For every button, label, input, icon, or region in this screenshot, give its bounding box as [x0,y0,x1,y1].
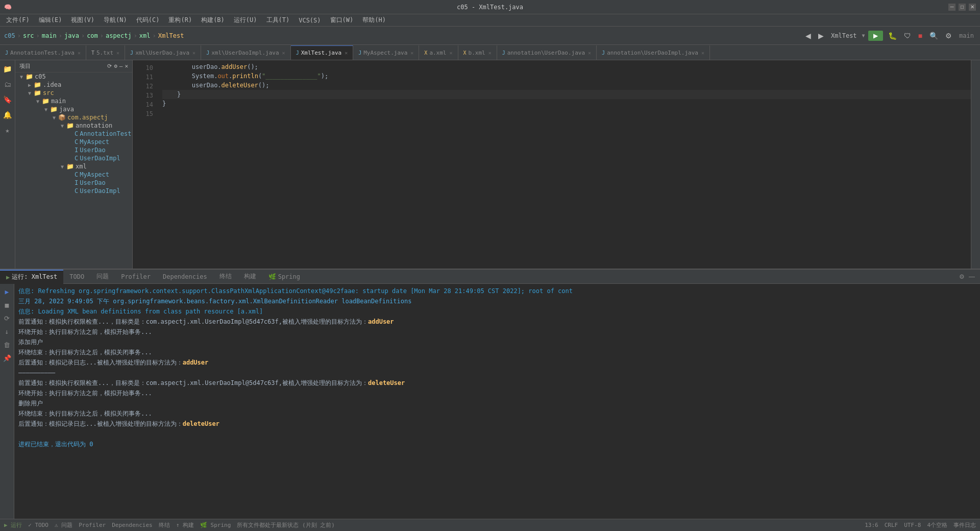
close-tree-icon[interactable]: ✕ [125,63,128,69]
run-with-coverage-button[interactable]: 🛡 [902,31,913,41]
run-config-dropdown[interactable]: ▼ [862,33,865,38]
toolbar-back-button[interactable]: ◀ [803,31,813,41]
search-everywhere-button[interactable]: 🔍 [927,31,940,41]
tree-node-annotation[interactable]: ▼ 📁 annotation [15,122,132,130]
run-status[interactable]: ▶ 运行 [4,521,22,529]
tab-xmltest-close[interactable]: ✕ [345,50,348,56]
tab-annouserdao[interactable]: J annotation\UserDao.java ✕ [497,45,597,60]
spring-status[interactable]: 🌿 Spring [200,522,231,528]
tree-node-userdao2[interactable]: I UserDao [15,146,132,154]
breadcrumb-xml[interactable]: xml [139,32,151,39]
profiler-status[interactable]: Profiler [79,522,106,528]
menu-navigate[interactable]: 导航(N) [100,15,131,26]
bookmark-icon[interactable]: 🔖 [1,93,14,106]
tab-annouserdao-close[interactable]: ✕ [588,50,591,56]
tree-node-comaspectj[interactable]: ▼ 📦 com.aspectj [15,113,132,122]
menu-code[interactable]: 代码(C) [132,15,164,26]
tab-dependencies[interactable]: Dependencies [157,270,213,284]
rerun-button[interactable]: ▶ [2,286,13,297]
notification-icon[interactable]: 🔔 [1,108,14,122]
run-button[interactable]: ▶ [868,31,883,41]
tab-xmluserdaoimpl[interactable]: J xml\UserDaoImpl.java ✕ [201,45,291,60]
breadcrumb-c05[interactable]: c05 [4,32,15,39]
tab-xmluserdao[interactable]: J xml\UserDao.java ✕ [125,45,201,60]
menu-window[interactable]: 窗口(W) [326,15,358,26]
code-area[interactable]: 10 11 12 13 14 15 userDao.addUser(); Sys… [133,60,971,269]
menu-help[interactable]: 帮助(H) [358,15,390,26]
tree-node-annotationtest[interactable]: C AnnotationTest [15,130,132,138]
tree-node-myaspect3[interactable]: C MyAspect [15,171,132,179]
tab-xmluserdaoimpl-close[interactable]: ✕ [282,50,285,56]
breadcrumb-main[interactable]: main [42,32,57,39]
tree-node-main[interactable]: ▼ 📁 main [15,97,132,105]
tab-annotationtest-close[interactable]: ✕ [78,50,81,56]
console-output[interactable]: 信息: Refreshing org.springframework.conte… [14,284,980,519]
code-content[interactable]: userDao.addUser(); System.out.println("_… [158,62,971,267]
settings-bottom-button[interactable]: ⚙ [958,272,966,281]
todo-status[interactable]: ✓ TODO [28,522,48,528]
tree-node-userdaoimpl3[interactable]: C UserDaoImpl [15,187,132,195]
menu-build[interactable]: 构建(B) [197,15,229,26]
tab-annouserdaoimpl-close[interactable]: ✕ [701,50,704,56]
tab-5txt-close[interactable]: ✕ [116,50,119,56]
minimize-bottom-button[interactable]: — [968,272,976,281]
project-icon[interactable]: 📁 [1,62,14,76]
encoding[interactable]: UTF-8 [904,522,921,528]
deps-status[interactable]: Dependencies [112,522,152,528]
tab-myaspect[interactable]: J MyAspect.java ✕ [353,45,419,60]
terminal-status[interactable]: 终结 [159,521,170,529]
menu-refactor[interactable]: 重构(R) [164,15,196,26]
tab-issues[interactable]: 问题 [90,270,115,284]
tab-bxml[interactable]: X b.xml ✕ [458,45,497,60]
event-log[interactable]: 事件日志 [953,521,976,529]
tab-bxml-close[interactable]: ✕ [488,50,492,56]
tab-axml[interactable]: X a.xml ✕ [419,45,458,60]
tree-node-xml[interactable]: ▼ 📁 xml [15,162,132,171]
breadcrumb-src[interactable]: src [23,32,34,39]
scroll-end-button[interactable]: ↓ [2,326,13,337]
tab-xmluserdao-close[interactable]: ✕ [192,50,195,56]
toolbar-forward-button[interactable]: ▶ [816,31,826,41]
tab-todo[interactable]: TODO [63,270,90,284]
structure-icon[interactable]: 🗂 [1,78,14,91]
tab-myaspect-close[interactable]: ✕ [410,50,413,56]
tab-terminal[interactable]: 终结 [213,270,238,284]
tree-node-src[interactable]: ▼ 📁 src [15,89,132,97]
tree-node-userdaoimpl2[interactable]: C UserDaoImpl [15,154,132,162]
minimize-button[interactable]: ─ [948,4,955,11]
tree-node-myaspect2[interactable]: C MyAspect [15,138,132,146]
clear-console-button[interactable]: 🗑 [2,339,13,350]
maximize-button[interactable]: □ [959,4,966,11]
tab-5txt[interactable]: T 5.txt ✕ [86,45,125,60]
collapse-icon[interactable]: — [119,63,123,69]
breadcrumb-com[interactable]: com [87,32,98,39]
favorites-icon[interactable]: ★ [1,124,14,137]
settings-button[interactable]: ⚙ [943,31,954,41]
restart-button[interactable]: ⟳ [2,312,13,324]
menu-file[interactable]: 文件(F) [2,15,34,26]
tab-build[interactable]: 构建 [238,270,262,284]
tree-node-idea[interactable]: ▶ 📁 .idea [15,81,132,89]
menu-tools[interactable]: 工具(T) [262,15,294,26]
tab-axml-close[interactable]: ✕ [450,50,453,56]
tab-run[interactable]: ▶ 运行: XmlTest [0,270,63,284]
issues-status[interactable]: ⚠ 问题 [55,521,72,529]
tab-annotationtest[interactable]: J AnnotationTest.java ✕ [0,45,86,60]
tab-xmltest[interactable]: J XmlTest.java ✕ [291,45,354,60]
tab-profiler[interactable]: Profiler [115,270,157,284]
gear-icon[interactable]: ⚙ [114,63,117,69]
tree-node-c05[interactable]: ▼ 📁 c05 [15,73,132,81]
tree-node-java[interactable]: ▼ 📁 java [15,105,132,113]
line-ending[interactable]: CRLF [885,522,898,528]
breadcrumb-java[interactable]: java [64,32,79,39]
build-status[interactable]: ↑ 构建 [176,521,194,529]
pin-button[interactable]: 📌 [2,352,13,364]
stop-button[interactable]: ■ [916,31,924,41]
menu-view[interactable]: 视图(V) [67,15,99,26]
tab-spring[interactable]: 🌿 Spring [262,270,306,284]
tab-annouserdaoimpl[interactable]: J annotation\UserDaoImpl.java ✕ [597,45,710,60]
close-button[interactable]: ✕ [969,4,976,11]
menu-run[interactable]: 运行(U) [230,15,261,26]
menu-vcs[interactable]: VCS(S) [295,16,325,25]
menu-edit[interactable]: 编辑(E) [35,15,66,26]
